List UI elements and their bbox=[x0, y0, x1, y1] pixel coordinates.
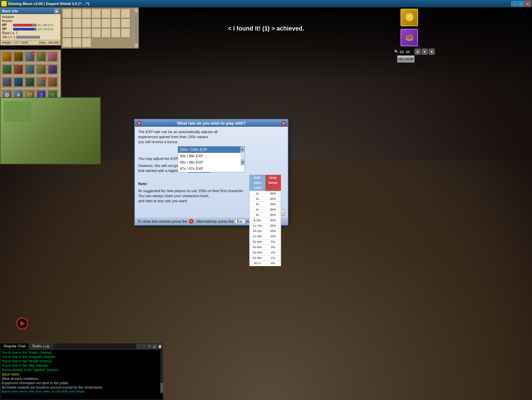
inv-cell[interactable] bbox=[101, 28, 111, 38]
chat-ctrl-btn-3[interactable]: ⚙ bbox=[147, 344, 152, 349]
inv-cell[interactable] bbox=[72, 18, 82, 28]
chat-message: All freebie rewards are bound to account… bbox=[2, 385, 162, 390]
dropdown-scroll-down[interactable]: ▼ bbox=[241, 160, 245, 165]
rate-row-31-40x: 31-40x5% bbox=[250, 239, 281, 244]
action-icon-1[interactable] bbox=[2, 77, 12, 88]
rate-row-5x: 5x35% bbox=[250, 212, 281, 218]
base-lv-row: Base Lv. 1 bbox=[2, 31, 59, 35]
skill-icon-2[interactable] bbox=[13, 51, 24, 62]
skill-icon-4[interactable] bbox=[36, 51, 47, 62]
title-bar-title: Shining Moon v3.00 | Gepard Shield 3.0 (… bbox=[8, 2, 89, 6]
map-interior bbox=[1, 98, 100, 164]
hp-bar-container bbox=[13, 24, 37, 26]
skillbar-row3: N bbox=[1, 76, 60, 89]
exp-option-97x[interactable]: 97x / 97x EXP bbox=[178, 166, 245, 172]
inv-cell[interactable] bbox=[72, 9, 82, 18]
rate-row-21-30x: 21-30x10% bbox=[250, 234, 281, 239]
basic-info-header: Basic Info ▲ bbox=[1, 8, 60, 14]
chat-ctrl-btn-1[interactable]: × bbox=[136, 344, 141, 349]
inv-cell[interactable] bbox=[111, 28, 120, 38]
chat-scrollbar[interactable] bbox=[160, 350, 163, 393]
weight-zeny-row: Weight : 177 / 2030 Zeny : 250,000 bbox=[1, 40, 60, 45]
inv-cell[interactable] bbox=[82, 9, 91, 18]
inv-cell[interactable] bbox=[82, 28, 91, 38]
inv-cell[interactable] bbox=[92, 18, 101, 28]
action-icon-4[interactable]: N bbox=[36, 77, 47, 88]
rate-row-3x: 3x39% bbox=[250, 202, 281, 207]
drop-bonus-header: Drop bonus bbox=[265, 175, 281, 191]
chat-message: @join failed. bbox=[2, 372, 162, 377]
inv-cell[interactable] bbox=[101, 18, 111, 28]
arrange-icon[interactable]: ⊞ bbox=[415, 49, 421, 55]
dialog-close-icon-right[interactable]: ✕ bbox=[281, 121, 286, 126]
chat-ctrl-btn-5[interactable]: 📋 bbox=[158, 344, 162, 349]
skill-icon-10[interactable] bbox=[47, 64, 58, 75]
action-icon-3[interactable] bbox=[24, 77, 35, 88]
skill-icon-1[interactable] bbox=[2, 51, 12, 62]
skill-icon-3[interactable]: N bbox=[24, 51, 35, 62]
esc-key-label[interactable]: Esc bbox=[235, 219, 245, 224]
exp-rate-table: EXP rates used Drop bonus 1x50% 2x40% 3x… bbox=[249, 175, 281, 266]
dialog-titlebar: ✕ What rate do you wish to play with? ✕ bbox=[135, 120, 288, 127]
basic-info-content: Astatine Novice HP 41 / 50 82% SP 12 / 1… bbox=[1, 14, 60, 40]
inv-cell[interactable] bbox=[111, 9, 120, 18]
pickup-icon[interactable]: ▼ bbox=[429, 49, 435, 55]
chat-ctrl-btn-2[interactable]: + bbox=[142, 344, 146, 349]
action-icon-2[interactable] bbox=[13, 77, 24, 88]
helm-button[interactable]: HELHEIM bbox=[397, 55, 415, 63]
exp-option-98x[interactable]: 98x / 98x EXP bbox=[178, 159, 245, 166]
inv-cell[interactable] bbox=[92, 9, 101, 18]
sp-value: 12 / 13 bbox=[38, 27, 47, 31]
inv-cell[interactable] bbox=[101, 9, 111, 18]
inv-cell[interactable] bbox=[62, 38, 72, 47]
close-button[interactable]: ✕ bbox=[525, 1, 531, 6]
exp-option-99x[interactable]: 99x / 99x EXP bbox=[178, 153, 245, 159]
rate-row-16-20x: 16-20x20% bbox=[250, 228, 281, 234]
dialog-body: The EXP rate can be an automatically adj… bbox=[135, 127, 288, 208]
rate-row-61-60x: 61-60x2% bbox=[250, 250, 281, 255]
basic-info-collapse-button[interactable]: ▲ bbox=[54, 9, 59, 13]
premium-shop-button[interactable]: 🍩 bbox=[401, 29, 418, 46]
skill-icon-7[interactable] bbox=[13, 64, 24, 75]
map-room bbox=[4, 101, 31, 121]
map-panel bbox=[0, 97, 101, 164]
tab-regular-chat[interactable]: Regular Chat bbox=[0, 343, 29, 349]
chat-scrollbar-thumb[interactable] bbox=[160, 383, 163, 393]
inv-cell[interactable] bbox=[121, 28, 130, 38]
status-icons-row: ⊞ ♥ ▼ bbox=[415, 49, 435, 55]
inv-cell[interactable] bbox=[121, 18, 130, 28]
inv-scroll-down[interactable]: ▼ bbox=[134, 44, 138, 48]
skill-icon-5[interactable] bbox=[47, 51, 58, 62]
chat-message: Allow all party invitations. bbox=[2, 377, 162, 381]
chat-message: You're now in the '#lfg' channel. bbox=[2, 363, 162, 368]
inv-cell[interactable] bbox=[62, 28, 72, 38]
exp-select-list[interactable]: 100x / 100x EXP 99x / 99x EXP 98x / 98x … bbox=[178, 146, 245, 172]
action-icon-5[interactable] bbox=[47, 77, 58, 88]
inv-cell[interactable] bbox=[121, 9, 130, 18]
exp-option-100x[interactable]: 100x / 100x EXP bbox=[178, 147, 245, 153]
inv-cell[interactable] bbox=[62, 18, 72, 28]
inv-cell[interactable] bbox=[111, 18, 120, 28]
inv-cell[interactable] bbox=[82, 18, 91, 28]
inv-cell[interactable] bbox=[62, 9, 72, 18]
minimize-button[interactable]: − bbox=[511, 1, 517, 6]
rate-row-1x: 1x50% bbox=[250, 191, 281, 196]
footer-text1: To close this window press the bbox=[138, 219, 188, 223]
dropdown-scroll-up[interactable]: ▲ bbox=[241, 147, 245, 152]
inv-cell[interactable] bbox=[92, 28, 101, 38]
chat-message: Equipment information not open to the pu… bbox=[2, 381, 162, 385]
chat-controls: × + ⚙ 🔊 📋 bbox=[136, 343, 163, 349]
inv-cell[interactable] bbox=[82, 38, 91, 47]
dialog-close-icon[interactable]: ✕ bbox=[137, 121, 142, 126]
skill-icon-9[interactable] bbox=[36, 64, 47, 75]
coin-shop-button[interactable]: 🪙 bbox=[401, 9, 418, 26]
inv-cell[interactable] bbox=[72, 38, 82, 47]
inv-cell[interactable] bbox=[72, 28, 82, 38]
inv-scroll-up[interactable]: ▲ bbox=[134, 8, 138, 12]
tab-battle-log[interactable]: Battle Log bbox=[29, 343, 53, 349]
maximize-button[interactable]: □ bbox=[518, 1, 524, 6]
chat-ctrl-btn-4[interactable]: 🔊 bbox=[152, 344, 157, 349]
chat-message: You're now in the '#trade' channel. bbox=[2, 359, 162, 363]
skill-icon-6[interactable] bbox=[2, 64, 12, 75]
skill-icon-8[interactable] bbox=[24, 64, 35, 75]
